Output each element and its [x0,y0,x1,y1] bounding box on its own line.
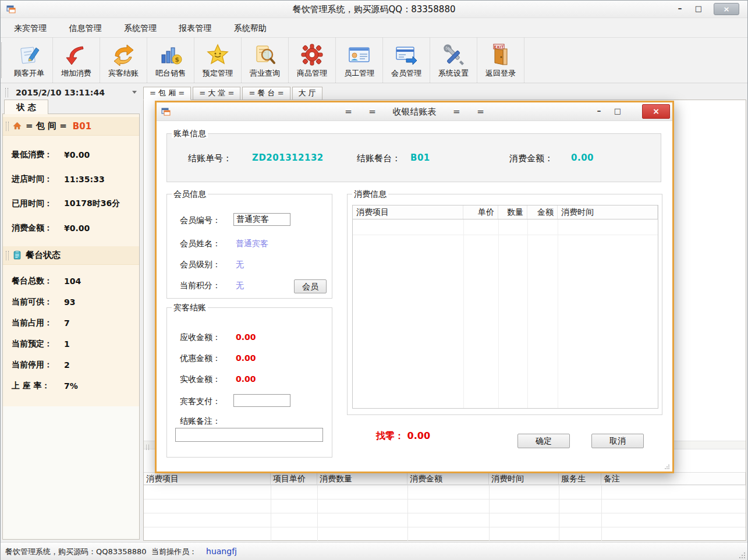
room-info-row: 已用时间： 10178时36分 [3,192,139,216]
column-header[interactable]: 消费时间 [489,473,559,484]
toolbar-label: 增加消费 [61,68,91,79]
toolbar-settings-button[interactable]: 系统设置 [430,38,477,83]
column-header[interactable]: 消费时间 [558,205,658,219]
toolbar-bar-sales-button[interactable]: $ 吧台销售 [147,38,194,83]
current-operator: huangfj [206,547,237,556]
bill-no-value: ZD201312132 [252,153,324,163]
due-amount-value: 0.00 [236,332,256,342]
menu-guest-management[interactable]: 来宾管理 [4,19,56,37]
svg-text:$: $ [175,56,179,63]
checkout-note-input[interactable] [175,428,323,442]
discount-amount-value: 0.00 [236,353,256,363]
statusbar-text: 餐饮管理系统，购买源码：QQ83358880 当前操作员： [5,547,197,556]
exit-icon: EXIT [489,43,512,66]
row-value: 104 [64,277,81,286]
dialog-resize-grip-icon[interactable] [664,463,671,470]
menu-report-management[interactable]: 报表管理 [169,19,221,37]
table-status-row: 当前可供： 93 [3,292,139,313]
resize-grip-icon[interactable] [738,551,746,559]
row-label: 当前可供： [12,297,63,307]
tab-main-hall[interactable]: = 大 堂 = [193,87,240,100]
toolbar-staff-button[interactable]: 员工管理 [336,38,383,83]
row-label: 已用时间： [12,199,63,209]
grid-column-line [271,485,271,541]
ok-button[interactable]: 确定 [517,434,570,448]
row-label: 餐台总数： [12,276,63,286]
clipboard-icon [12,250,22,260]
cancel-button[interactable]: 取消 [591,434,644,448]
dialog-close-button[interactable]: × [642,104,670,119]
column-header[interactable]: 服务生 [559,473,601,484]
close-button[interactable]: × [714,3,739,15]
member-no-input[interactable] [233,213,290,226]
toolbar-reservation-button[interactable]: 预定管理 [194,38,242,83]
column-header[interactable]: 金额 [527,205,558,219]
member-lookup-button[interactable]: 会员 [294,279,327,293]
dialog-minimize-button[interactable]: – [591,105,607,116]
column-header[interactable]: 消费项目 [353,205,463,219]
row-value: 10178时36分 [64,199,120,209]
paid-amount-value: 0.00 [236,374,256,384]
table-status-rows: 餐台总数： 104 当前可供： 93 当前占用： 7 当前预定： 1 [3,265,139,396]
house-icon [12,121,22,131]
minimize-button[interactable]: – [672,3,688,13]
bill-amount-label: 消费金额： [509,153,553,164]
toolbar-add-consume-button[interactable]: 增加消费 [53,38,100,83]
tab-status[interactable]: 状 态 [4,100,48,114]
toolbar-label: 返回登录 [485,68,516,79]
dialog-maximize-button[interactable]: □ [609,106,626,116]
column-header[interactable]: 备注 [601,473,746,484]
column-header[interactable]: 消费项目 [144,473,271,484]
consume-info-group: 消费信息 消费项目 单价 数量 金额 消费时间 [347,194,662,415]
guest-pay-input[interactable] [233,394,290,407]
row-label: 当前预定： [12,339,63,349]
toolbar-customer-order-button[interactable]: 顾客开单 [6,38,53,83]
menu-system-help[interactable]: 系统帮助 [224,19,276,37]
toolbar-grip [1,42,5,78]
member-icon [395,43,418,66]
member-points-label: 当前积分： [180,281,221,291]
toolbar-exit-button[interactable]: EXIT 返回登录 [477,38,524,83]
toolbar-member-button[interactable]: 会员管理 [383,38,430,83]
member-name-value: 普通宾客 [236,239,268,249]
column-header[interactable]: 消费金额 [407,473,489,484]
consumption-grid: 消费项目 项目单价 消费数量 消费金额 消费时间 服务生 备注 [144,472,746,541]
grid-column-line [463,219,464,408]
tab-dining-tables[interactable]: = 餐 台 = [242,87,290,100]
column-header[interactable]: 单价 [463,205,498,219]
row-value: 7 [64,318,70,328]
menu-system-management[interactable]: 系统管理 [114,19,166,37]
tab-private-rooms[interactable]: = 包 厢 = [143,87,191,100]
member-info-group: 会员信息 会员编号： 会员姓名： 普通宾客 会员级别： 无 当前积分： 无 会员 [166,194,332,299]
chevron-down-icon[interactable] [132,91,137,94]
room-info-rows: 最低消费： ¥0.00 进店时间： 11:35:33 已用时间： 10178时3… [3,136,139,240]
grid-column-line [559,485,559,541]
room-id: B01 [73,121,91,132]
dialog-body: 账单信息 结账单号： ZD201312132 结账餐台： B01 消费金额： 0… [157,121,672,472]
bill-amount-value: 0.00 [571,153,594,163]
tab-lobby[interactable]: 大 厅 [292,87,322,100]
member-level-label: 会员级别： [180,260,221,270]
bill-info-group: 账单信息 结账单号： ZD201312132 结账餐台： B01 消费金额： 0… [166,133,661,182]
consumption-grid-header: 消费项目 项目单价 消费数量 消费金额 消费时间 服务生 备注 [144,472,746,485]
row-label: 进店时间： [12,174,63,185]
column-header[interactable]: 项目单价 [271,473,317,484]
grid-column-line [317,485,318,541]
column-header[interactable]: 消费数量 [317,473,407,484]
table-status-title: 餐台状态 [26,250,61,261]
room-tab-strip: = 包 厢 = = 大 堂 = = 餐 台 = 大 厅 [143,87,322,100]
discount-amount-label: 优惠金额： [180,353,221,364]
order-icon [17,43,41,66]
toolbar-guest-checkout-button[interactable]: 宾客结账 [100,38,147,83]
maximize-button[interactable]: □ [690,3,707,15]
bar-sales-icon: $ [159,43,182,66]
toolbar-goods-button[interactable]: 商品管理 [289,38,336,83]
toolbar-business-query-button[interactable]: 营业查询 [242,38,289,83]
grid-column-line [601,485,602,541]
goods-icon [300,43,324,66]
column-header[interactable]: 数量 [498,205,527,219]
bill-info-title: 账单信息 [172,129,208,138]
toolbar-label: 宾客结账 [108,68,139,79]
table-status-row: 当前占用： 7 [3,313,139,334]
menu-info-management[interactable]: 信息管理 [59,19,111,37]
